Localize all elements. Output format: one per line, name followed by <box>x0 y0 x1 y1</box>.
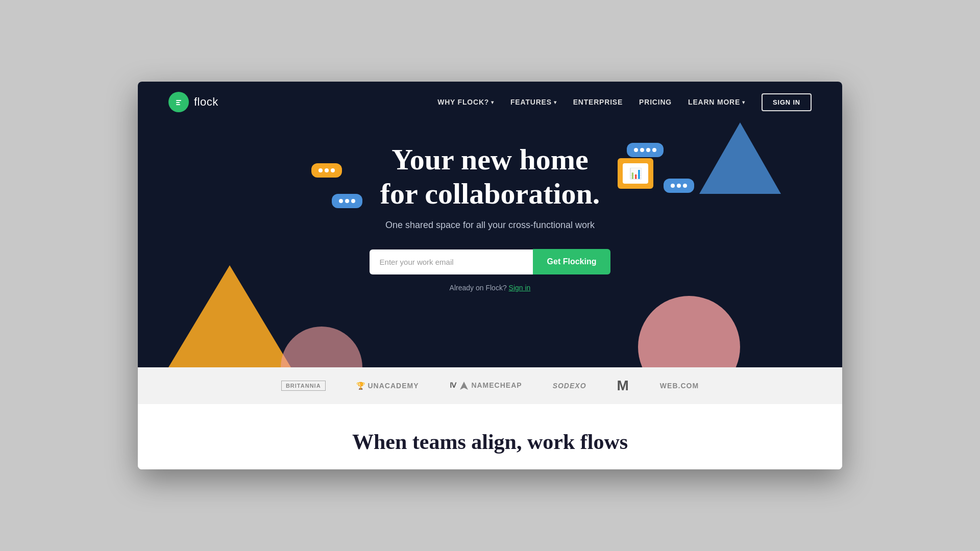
email-cta-form: Get Flocking <box>148 249 832 274</box>
brand-britannia: BRITANNIA <box>281 381 326 391</box>
bottom-section: When teams align, work flows <box>138 404 842 469</box>
hero-content: Your new home for collaboration. One sha… <box>138 122 842 322</box>
email-input[interactable] <box>370 249 533 274</box>
navbar: flock WHY FLOCK? ▾ FEATURES ▾ ENTERPRISE… <box>138 82 842 122</box>
hero-subtitle: One shared space for all your cross-func… <box>148 220 832 231</box>
chevron-down-icon: ▾ <box>491 99 494 105</box>
browser-window: flock WHY FLOCK? ▾ FEATURES ▾ ENTERPRISE… <box>138 82 842 469</box>
chevron-down-icon: ▾ <box>554 99 557 105</box>
brand-webcom: web.com <box>660 382 699 390</box>
already-on-flock-text: Already on Flock? Sign in <box>148 284 832 292</box>
svg-rect-1 <box>176 100 181 101</box>
brand-mcdonalds: M <box>617 378 629 394</box>
chevron-down-icon: ▾ <box>742 99 745 105</box>
nav-pricing[interactable]: PRICING <box>639 98 672 106</box>
svg-rect-3 <box>176 104 180 105</box>
nav-features[interactable]: FEATURES ▾ <box>510 98 557 106</box>
logo[interactable]: flock <box>168 92 218 112</box>
sign-in-button[interactable]: SIGN IN <box>762 93 812 111</box>
nav-enterprise[interactable]: ENTERPRISE <box>573 98 623 106</box>
nav-why-flock[interactable]: WHY FLOCK? ▾ <box>437 98 494 106</box>
logo-text: flock <box>194 95 218 109</box>
get-flocking-button[interactable]: Get Flocking <box>533 249 611 274</box>
brand-namecheap: namecheap <box>450 381 522 391</box>
nav-links: WHY FLOCK? ▾ FEATURES ▾ ENTERPRISE PRICI… <box>437 93 812 111</box>
bottom-heading: When teams align, work flows <box>168 430 812 454</box>
brand-sodexo: sodexo <box>553 382 586 390</box>
brand-unacademy: unacademy <box>356 382 419 390</box>
logo-icon <box>168 92 189 112</box>
brands-strip: BRITANNIA unacademy namecheap sodexo M w… <box>138 367 842 404</box>
hero-section: flock WHY FLOCK? ▾ FEATURES ▾ ENTERPRISE… <box>138 82 842 367</box>
svg-rect-2 <box>176 102 180 103</box>
signin-link[interactable]: Sign in <box>509 284 531 292</box>
nav-learn-more[interactable]: LEARN MORE ▾ <box>688 98 745 106</box>
pink-circle-left <box>281 327 362 367</box>
hero-title: Your new home for collaboration. <box>148 143 832 211</box>
